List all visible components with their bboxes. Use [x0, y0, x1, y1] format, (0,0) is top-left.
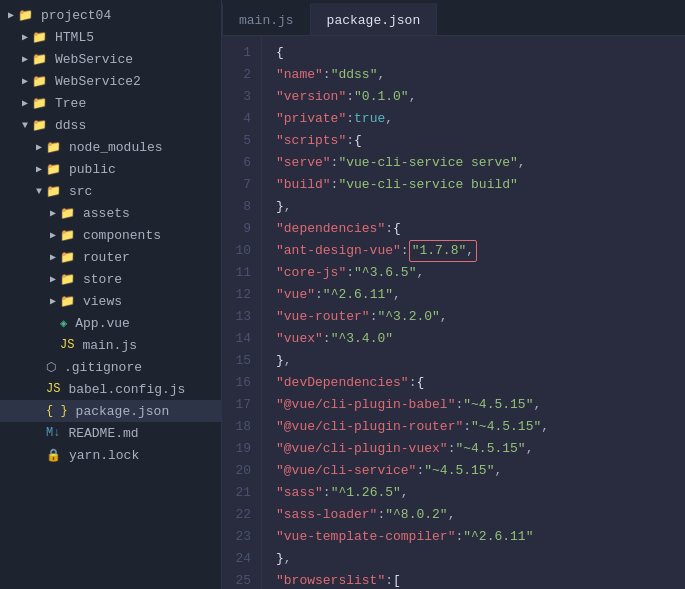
code-content[interactable]: { "name": "ddss", "version": "0.1.0", "p… — [262, 36, 685, 589]
tree-item-label: project04 — [41, 8, 111, 23]
js-file-icon: JS — [60, 338, 74, 352]
tab-main-js[interactable]: main.js — [222, 3, 311, 35]
code-line-12: "vue": "^2.6.11", — [276, 284, 685, 306]
tree-item-HTML5[interactable]: ▶📁HTML5 — [0, 26, 221, 48]
json-file-icon: { } — [46, 404, 68, 418]
line-number-16: 16 — [222, 372, 261, 394]
tree-item-label: WebService2 — [55, 74, 141, 89]
tree-item-App.vue[interactable]: ◈App.vue — [0, 312, 221, 334]
code-line-25: "browserslist": [ — [276, 570, 685, 589]
tree-item-package.json[interactable]: { }package.json — [0, 400, 221, 422]
tree-item-assets[interactable]: ▶📁assets — [0, 202, 221, 224]
tree-item-main.js[interactable]: JSmain.js — [0, 334, 221, 356]
line-number-25: 25 — [222, 570, 261, 589]
tree-item-label: package.json — [76, 404, 170, 419]
tree-item-label: store — [83, 272, 122, 287]
folder-icon: 📁 — [60, 228, 75, 243]
highlight-box: "1.7.8", — [409, 240, 477, 263]
line-number-17: 17 — [222, 394, 261, 416]
code-line-19: "@vue/cli-plugin-vuex": "~4.5.15", — [276, 438, 685, 460]
code-comma: , — [466, 243, 474, 258]
tree-item-yarn.lock[interactable]: 🔒yarn.lock — [0, 444, 221, 466]
line-number-18: 18 — [222, 416, 261, 438]
folder-icon: 📁 — [32, 74, 47, 89]
code-line-13: "vue-router": "^3.2.0", — [276, 306, 685, 328]
tree-item-label: babel.config.js — [68, 382, 185, 397]
arrow-icon: ▼ — [18, 120, 32, 131]
tree-item-views[interactable]: ▶📁views — [0, 290, 221, 312]
tree-item-label: App.vue — [75, 316, 130, 331]
editor-panel: main.jspackage.json 12345678910111213141… — [222, 0, 685, 589]
tree-item-label: assets — [83, 206, 130, 221]
tree-item-label: yarn.lock — [69, 448, 139, 463]
tree-item-public[interactable]: ▶📁public — [0, 158, 221, 180]
code-value: "1.7.8" — [412, 243, 467, 258]
vue-file-icon: ◈ — [60, 316, 67, 331]
line-number-7: 7 — [222, 174, 261, 196]
tab-package-json[interactable]: package.json — [311, 3, 438, 35]
folder-icon: 📁 — [32, 118, 47, 133]
tree-item-.gitignore[interactable]: ⬡.gitignore — [0, 356, 221, 378]
folder-icon: 📁 — [32, 52, 47, 67]
tree-item-store[interactable]: ▶📁store — [0, 268, 221, 290]
tree-item-label: WebService — [55, 52, 133, 67]
code-line-18: "@vue/cli-plugin-router": "~4.5.15", — [276, 416, 685, 438]
tree-item-label: Tree — [55, 96, 86, 111]
folder-icon: 📁 — [60, 294, 75, 309]
code-line-8: }, — [276, 196, 685, 218]
tree-item-label: src — [69, 184, 92, 199]
md-file-icon: M↓ — [46, 426, 60, 440]
line-number-5: 5 — [222, 130, 261, 152]
code-line-2: "name": "ddss", — [276, 64, 685, 86]
line-number-12: 12 — [222, 284, 261, 306]
line-number-10: 10 — [222, 240, 261, 262]
code-line-20: "@vue/cli-service": "~4.5.15", — [276, 460, 685, 482]
tree-item-src[interactable]: ▼📁src — [0, 180, 221, 202]
editor-tabs: main.jspackage.json — [222, 0, 685, 36]
tree-item-node_modules[interactable]: ▶📁node_modules — [0, 136, 221, 158]
tree-item-components[interactable]: ▶📁components — [0, 224, 221, 246]
arrow-icon: ▶ — [4, 9, 18, 21]
tree-item-label: router — [83, 250, 130, 265]
tree-item-router[interactable]: ▶📁router — [0, 246, 221, 268]
arrow-icon: ▶ — [46, 229, 60, 241]
tree-item-WebService2[interactable]: ▶📁WebService2 — [0, 70, 221, 92]
line-number-11: 11 — [222, 262, 261, 284]
tree-item-label: README.md — [68, 426, 138, 441]
line-number-1: 1 — [222, 42, 261, 64]
code-line-23: "vue-template-compiler": "^2.6.11" — [276, 526, 685, 548]
line-number-24: 24 — [222, 548, 261, 570]
folder-icon: 📁 — [60, 250, 75, 265]
line-number-20: 20 — [222, 460, 261, 482]
tree-item-WebService[interactable]: ▶📁WebService — [0, 48, 221, 70]
line-number-21: 21 — [222, 482, 261, 504]
code-line-15: }, — [276, 350, 685, 372]
line-number-22: 22 — [222, 504, 261, 526]
tree-item-label: public — [69, 162, 116, 177]
folder-icon: 📁 — [46, 162, 61, 177]
code-line-14: "vuex": "^3.4.0" — [276, 328, 685, 350]
line-number-15: 15 — [222, 350, 261, 372]
tree-item-ddss[interactable]: ▼📁ddss — [0, 114, 221, 136]
code-line-6: "serve": "vue-cli-service serve", — [276, 152, 685, 174]
folder-icon: 📁 — [32, 96, 47, 111]
tree-item-label: views — [83, 294, 122, 309]
arrow-icon: ▶ — [32, 163, 46, 175]
code-line-16: "devDependencies": { — [276, 372, 685, 394]
tree-item-project04[interactable]: ▶📁project04 — [0, 4, 221, 26]
tree-item-label: components — [83, 228, 161, 243]
line-number-6: 6 — [222, 152, 261, 174]
code-line-22: "sass-loader": "^8.0.2", — [276, 504, 685, 526]
code-line-10: "ant-design-vue": "1.7.8", — [276, 240, 685, 262]
arrow-icon: ▼ — [32, 186, 46, 197]
tree-item-label: node_modules — [69, 140, 163, 155]
line-number-13: 13 — [222, 306, 261, 328]
code-line-9: "dependencies": { — [276, 218, 685, 240]
line-number-9: 9 — [222, 218, 261, 240]
tree-item-README.md[interactable]: M↓README.md — [0, 422, 221, 444]
tree-item-babel.config.js[interactable]: JSbabel.config.js — [0, 378, 221, 400]
line-number-2: 2 — [222, 64, 261, 86]
code-line-4: "private": true, — [276, 108, 685, 130]
file-icon: 🔒 — [46, 448, 61, 463]
tree-item-Tree[interactable]: ▶📁Tree — [0, 92, 221, 114]
